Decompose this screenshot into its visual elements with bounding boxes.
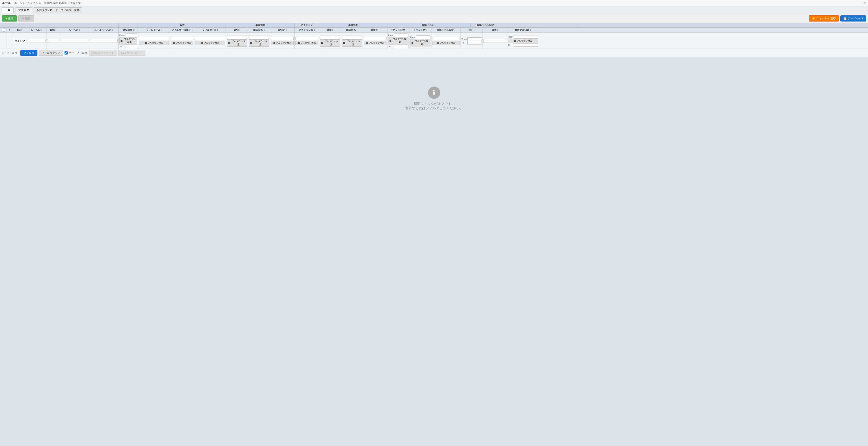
gh-post-notify: 事後通知 [319,23,388,27]
action-cnt-dropdown[interactable]: ▦ プルダウン検索 [388,37,408,44]
label-setting-dropdown-label: プルダウン検索 [440,41,455,44]
select-all-checkbox[interactable] [2,29,5,32]
post-notify-to-dropdown[interactable]: ▦ プルダウン検索 [364,41,386,45]
th-disabled[interactable]: 廃止 [12,28,27,32]
th-valid[interactable]: 有効 ↕ [46,28,60,32]
th-priority[interactable]: 優先順位 ↕ [119,28,138,32]
pre-approve-dropdown-icon: ▦ [250,42,252,44]
ttl-from-input[interactable] [467,37,482,41]
note-input[interactable] [484,39,506,43]
action-cnt-from-input[interactable] [394,33,408,37]
th-post-notify[interactable]: 通知 ↕ [319,28,341,32]
th-action-id[interactable]: アクションID ↕ [294,28,319,32]
filter-label-name-input[interactable] [90,39,118,43]
btn-download-filter[interactable]: 条件ダウンロード・フィルター保勝 [34,7,82,13]
th-ttl[interactable]: TTL ↕ [461,28,483,32]
filter-b-dropdown[interactable]: ▦ プルダウン検索 [195,41,225,45]
post-notify-input[interactable] [320,35,340,39]
priority-dropdown-btn[interactable]: ▦ プルダウン検索 [119,37,137,44]
th-rule-name[interactable]: ルール名 ↕ [60,28,89,32]
ttl-to-input[interactable] [467,41,482,44]
th-filter-op[interactable]: フィルター演算子 ↕ [170,28,194,32]
priority-to-input[interactable] [125,45,137,48]
filter-a-input[interactable] [139,37,169,40]
post-approve-dropdown[interactable]: ▦ プルダウン検索 [342,39,362,47]
ttl-to-label: To [462,41,467,44]
auto-filter-label[interactable]: オートフィルタ [65,51,87,55]
empty-text-2: 表示するにはフィルタしてください。 [405,106,463,111]
pre-notify-dropdown-label: プルダウン検索 [231,40,246,46]
tab-history[interactable]: 変更履歴 [15,7,32,13]
pre-notify-to-input[interactable] [271,37,293,40]
action-id-input[interactable] [295,37,318,40]
action-cnt-to-input[interactable] [394,45,408,48]
gh-condition: 条件 [138,23,226,27]
csv-download-button[interactable]: CSVダウンロード [118,50,146,56]
edit-button[interactable]: ✎ 編集 [18,16,34,22]
toolbar-right: 🔽 フィルター 適応 📋 テーブルedit [809,16,866,22]
filter-op-dropdown[interactable]: ▦ プルダウン検索 [170,41,193,45]
filter-rule-name-input[interactable] [61,39,88,43]
th-action-cnt[interactable]: アクション数 ↕ [388,28,409,32]
priority-from-input[interactable] [125,33,137,37]
table-edit-button[interactable]: 📋 テーブルedit [840,16,866,22]
priority-to-row: To [119,45,137,48]
filter-valid-input[interactable] [47,39,59,43]
label-setting-dropdown[interactable]: ▦ プルダウン検索 [432,41,460,45]
th-post-notify-to[interactable]: 通知先 ↕ [363,28,388,32]
updated-from-input[interactable] [514,35,538,39]
filter-clear-button[interactable]: フィルタクリア [39,50,63,56]
pre-approve-input[interactable] [249,35,269,39]
updated-from-row: From [508,35,538,39]
auto-filter-checkbox[interactable] [65,51,68,55]
ttl-from-to: From To [462,37,482,44]
pre-notify-to-dropdown[interactable]: ▦ プルダウン検索 [271,41,293,45]
pre-notify-dropdown[interactable]: ▦ プルダウン検索 [227,39,247,47]
event-cnt-from-input[interactable] [416,35,430,39]
fc-pre-notify: ▦ プルダウン検索 [226,33,248,49]
post-approve-input[interactable] [342,35,362,39]
tab-list[interactable]: 一覧 [2,7,14,13]
excel-download-button[interactable]: Excelダウンロード [89,50,117,56]
pre-approve-dropdown[interactable]: ▦ プルダウン検索 [249,39,269,47]
label-setting-input[interactable] [432,37,460,40]
th-updated[interactable]: 最終更新日時 ↕ [507,28,539,32]
updated-to-input[interactable] [514,43,538,47]
filter-op-input[interactable] [170,37,193,40]
th-pre-notify-to[interactable]: 通知先 ↕ [270,28,294,32]
priority-from-to: From ▦ プルダウン検索 To [119,33,137,48]
filter-button[interactable]: フィルタ [20,50,37,56]
add-button[interactable]: + 登録 [2,16,17,22]
action-id-dropdown[interactable]: ▦ プルダウン検索 [295,41,318,45]
priority-dropdown-label: プルダウン検索 [123,38,136,44]
filter-row: 廃止含まず 廃止含む 廃止のみ [0,33,868,49]
th-check[interactable] [0,28,7,32]
fc-filter-op: ▦ プルダウン検索 [170,33,194,49]
updated-to-row: To [508,43,538,47]
th-pre-notify[interactable]: 通知 ↕ [226,28,248,32]
filter-a-dropdown[interactable]: ▦ プルダウン検索 [139,41,169,45]
filter-b-input[interactable] [195,37,225,40]
pre-notify-input[interactable] [227,35,247,39]
event-cnt-dropdown[interactable]: ▦ プルダウン検索 [410,39,430,47]
filter-rule-id-input[interactable] [28,39,45,43]
th-label-name[interactable]: ルールラベル名 ↕ [89,28,119,32]
th-label-setting[interactable]: 起認ラベル設定 ↕ [431,28,461,32]
th-filter-b[interactable]: フィルターB ↕ [194,28,226,32]
updated-dropdown[interactable]: ▦ プルダウン検索 [508,39,538,43]
filter-apply-button[interactable]: 🔽 フィルター 適応 [809,16,839,22]
th-pre-approve[interactable]: 承認待ち ↕ [248,28,270,32]
th-post-approve[interactable]: 承認待ち ↕ [341,28,363,32]
th-rule-id[interactable]: ルールID ↕ [27,28,46,32]
th-event-cnt[interactable]: イベント数 ↕ [409,28,431,32]
th-note[interactable]: 備考 ↕ [483,28,507,32]
post-notify-dropdown-icon: ▦ [321,42,323,44]
toolbar: + 登録 ✎ 編集 🔽 フィルター 適応 📋 テーブルedit [0,14,868,23]
post-notify-to-input[interactable] [364,37,386,40]
fc-label-name [89,33,119,49]
fc-label-setting: ▦ プルダウン検索 [431,33,461,49]
th-filter-a[interactable]: フィルターA ↕ [138,28,170,32]
disabled-select[interactable]: 廃止含まず 廃止含む 廃止のみ [13,39,26,43]
post-notify-to-dropdown-label: プルダウン検索 [369,41,384,44]
post-notify-dropdown[interactable]: ▦ プルダウン検索 [320,39,340,47]
